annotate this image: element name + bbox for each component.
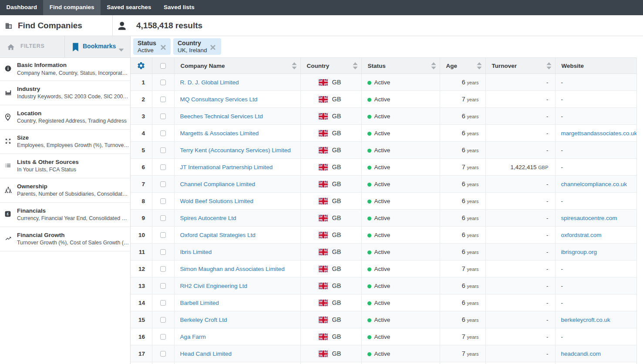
svg-text:£: £ (7, 212, 9, 216)
